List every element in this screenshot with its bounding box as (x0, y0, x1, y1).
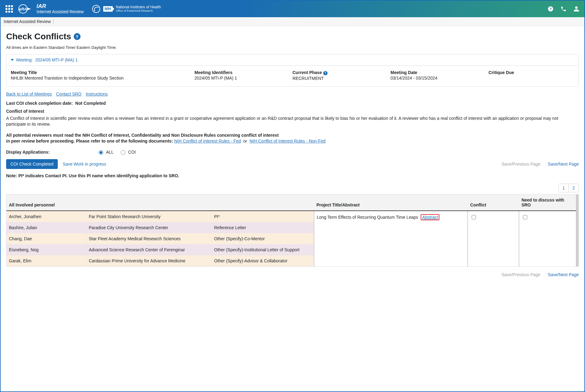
person-inst: Advanced Science Research Center of Fere… (86, 244, 211, 255)
coi-heading: Conflict of Interest (6, 109, 579, 114)
person-inst: Star Fleet Academy Medical Research Scie… (86, 233, 211, 244)
current-phase-value: RECRUITMENT (292, 76, 378, 81)
timezone-note: All times are in Eastern Standard Time/ … (6, 45, 579, 50)
save-work-in-progress-link[interactable]: Save Work in progress (63, 162, 106, 167)
coi-check-completed-button[interactable]: COI Check Completed (6, 159, 58, 169)
col-personnel: All Involved personnel (6, 194, 314, 211)
discuss-checkbox[interactable] (523, 215, 527, 219)
coi-description: A Conflict of Interest in scientific pee… (6, 116, 579, 127)
discuss-cell (519, 211, 576, 266)
table-row: Archer, Jonathen Far Point Station Resea… (6, 211, 576, 222)
person-role: PI* (211, 211, 314, 222)
user-icon[interactable] (573, 6, 579, 12)
meeting-panel-toggle[interactable]: Meeting: 2024/05 MTI-P (MA) 1 (6, 54, 579, 66)
last-coi-status: Last COI check completion date: Not Comp… (6, 101, 579, 106)
hhs-nih-logo: NIH National Institutes of Health Office… (92, 5, 161, 13)
meeting-title-value: NHLBI Mentored Tranistion to Independenc… (11, 76, 182, 80)
person-name: Bashire, Julian (6, 222, 86, 233)
contact-sro-link[interactable]: Contact SRO (56, 92, 81, 96)
meeting-ids-label: Meeting Identifiers (194, 70, 280, 75)
conflict-checkbox[interactable] (472, 215, 476, 219)
meeting-date-value: 03/14/2024 - 03/15/2024 (391, 76, 476, 80)
conflicts-table: All Involved personnel Project Title/Abs… (6, 194, 579, 267)
app-title: IAR Internet Assisted Review (37, 3, 84, 14)
coi-must-read: All potential reviewers must read the NI… (6, 132, 579, 144)
col-conflict: Conflict (468, 194, 519, 211)
person-role: Other (Specify)-Institutional Letter of … (211, 244, 314, 255)
meeting-title-label: Meeting Title (11, 70, 182, 75)
person-name: Archer, Jonathen (6, 211, 86, 222)
instructions-link[interactable]: Instructions (86, 92, 108, 96)
phase-help-icon[interactable]: ? (323, 71, 328, 75)
hhs-icon (92, 5, 100, 13)
pagination: 1 2 (6, 184, 579, 192)
help-icon[interactable]: ? (548, 6, 554, 12)
display-applications-label: Display Applications: (6, 150, 68, 155)
save-next-page-link-top[interactable]: Save/Next Page (548, 162, 579, 167)
scrollbar[interactable] (576, 194, 579, 266)
app-launcher-icon[interactable] (6, 5, 13, 13)
col-discuss: Need to discuss with SRO (519, 194, 576, 211)
meeting-ids-value: 2024/05 MTI-P (MA) 1 (194, 76, 280, 80)
person-name: Chang, Dae (6, 233, 86, 244)
page-help-icon[interactable]: ? (74, 33, 80, 40)
nih-box-icon: NIH (103, 6, 113, 12)
phone-icon[interactable] (560, 6, 567, 12)
person-name: Garak, Elim (6, 255, 86, 266)
person-role: Reference Letter (211, 222, 314, 233)
current-phase-label: Current Phase? (292, 70, 378, 75)
abstract-link[interactable]: Abstract (421, 214, 439, 220)
person-inst: Far Point Station Research University (86, 211, 211, 222)
person-role: Other (Specify)-Advisor & Collaborator (211, 255, 314, 266)
breadcrumb: Internet Assisted Review (1, 17, 584, 26)
project-cell: Long Term Effects of Recurring Quantum T… (314, 211, 468, 266)
person-name: Eisneberg, Nog (6, 244, 86, 255)
top-banner: eRA IAR Internet Assisted Review NIH Nat… (1, 1, 584, 17)
col-project: Project Title/Abstract (314, 194, 468, 211)
back-to-meetings-link[interactable]: Back to List of Meetings (6, 92, 52, 96)
coi-rules-fed-link[interactable]: NIH Conflict of Interest Rules - Fed (174, 139, 241, 143)
person-inst: Cardassian Prime University for Advance … (86, 255, 211, 266)
svg-text:?: ? (549, 7, 552, 11)
page-2[interactable]: 2 (568, 184, 579, 192)
radio-coi[interactable]: COI (119, 149, 136, 155)
save-next-page-link-bottom[interactable]: Save/Next Page (548, 272, 579, 277)
meeting-panel: Meeting: 2024/05 MTI-P (MA) 1 Meeting Ti… (6, 54, 579, 87)
chevron-down-icon (11, 59, 14, 61)
person-role: Other (Specify)-Co-Mentor (211, 233, 314, 244)
coi-rules-nonfed-link[interactable]: NIH Conflict of Interest Rules - Non-Fed (249, 139, 325, 143)
save-previous-page-link-bottom: Save/Previous Page (501, 272, 540, 277)
meeting-date-label: Meeting Date (391, 70, 476, 75)
era-logo: eRA (18, 4, 31, 14)
page-title: Check Conflicts ? (6, 32, 579, 41)
save-previous-page-link-top: Save/Previous Page (501, 162, 540, 167)
critique-due-label: Critique Due (489, 70, 574, 75)
person-inst: Paradise City University Research Center (86, 222, 211, 233)
page-1[interactable]: 1 (559, 184, 568, 192)
conflict-cell (468, 211, 519, 266)
pi-note: Note: PI* indicates Contact PI. Use this… (6, 173, 579, 178)
radio-all[interactable]: ALL (97, 149, 114, 155)
breadcrumb-item[interactable]: Internet Assisted Review (4, 19, 53, 24)
